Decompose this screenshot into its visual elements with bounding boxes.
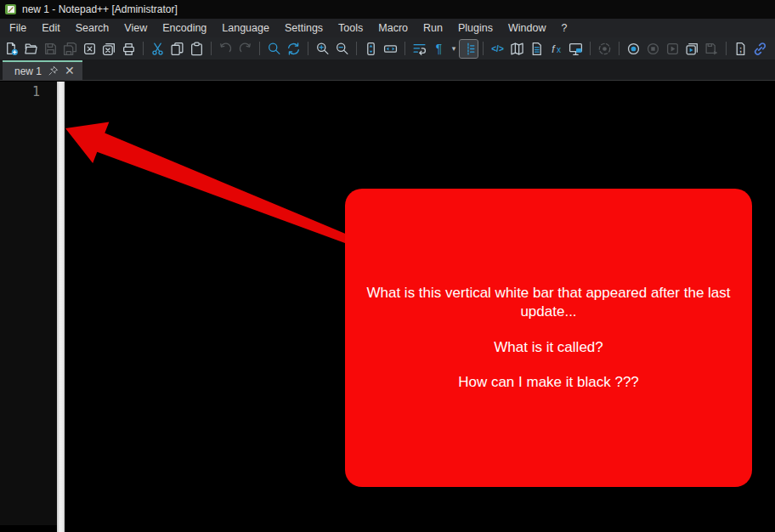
toolbar-separator (726, 42, 727, 55)
save-all-button[interactable] (61, 40, 79, 58)
undo-button[interactable] (217, 40, 235, 58)
sync-scroll-horizontal-button[interactable] (382, 40, 399, 58)
print-button[interactable] (120, 40, 138, 58)
show-indent-guide-icon (461, 42, 476, 56)
menu-item-edit[interactable]: Edit (34, 20, 68, 37)
close-tab-icon[interactable]: ✕ (65, 65, 75, 76)
zoom-in-icon (315, 42, 330, 56)
close-button[interactable] (81, 40, 99, 58)
paste-icon (190, 42, 204, 56)
menu-item-view[interactable]: View (116, 20, 155, 37)
menu-item-help[interactable]: ? (553, 20, 574, 37)
zoom-out-button[interactable] (333, 40, 351, 58)
sync-scroll-horizontal-icon (383, 42, 398, 56)
cut-button[interactable] (149, 40, 167, 58)
macro-run-multiple-icon (685, 42, 699, 56)
function-list-icon (549, 42, 563, 56)
replace-button[interactable] (285, 40, 303, 58)
macro-playback-icon (665, 42, 680, 56)
close-icon (82, 42, 97, 56)
macro-record-button[interactable] (625, 40, 642, 58)
redo-button[interactable] (236, 40, 254, 58)
menu-item-plugins[interactable]: Plugins (450, 20, 501, 37)
show-all-characters-button[interactable] (430, 40, 448, 58)
show-all-characters-dropdown[interactable]: ▾ (450, 44, 458, 53)
sync-scroll-vertical-icon (364, 42, 378, 56)
document-list-button[interactable] (528, 40, 546, 58)
code-view-button[interactable] (489, 40, 506, 58)
macro-stop-button[interactable] (644, 40, 662, 58)
open-file-icon (24, 42, 38, 56)
find-button[interactable] (265, 40, 283, 58)
editor-area[interactable]: 1 (0, 82, 775, 532)
toolbar-separator (259, 42, 260, 55)
toolbar-separator (143, 42, 144, 55)
paste-button[interactable] (188, 40, 206, 58)
close-all-icon (102, 42, 116, 56)
folder-as-workspace-button[interactable] (567, 40, 585, 58)
line-number-gutter: 1 (0, 82, 57, 525)
open-file-button[interactable] (22, 40, 40, 58)
copy-button[interactable] (168, 40, 186, 58)
menu-item-encoding[interactable]: Encoding (155, 20, 214, 37)
menu-item-tools[interactable]: Tools (331, 20, 371, 37)
redo-icon (238, 42, 252, 56)
menu-item-search[interactable]: Search (68, 20, 117, 37)
show-indent-guide-button[interactable] (460, 40, 478, 58)
text-area[interactable] (65, 82, 775, 532)
zoom-out-icon (335, 42, 349, 56)
word-wrap-icon (412, 42, 427, 56)
menu-item-language[interactable]: Language (214, 20, 277, 37)
menu-item-window[interactable]: Window (501, 20, 553, 37)
replace-icon (286, 42, 301, 56)
menu-item-file[interactable]: File (2, 20, 34, 37)
vertical-white-bar (57, 82, 65, 532)
toolbar-separator (356, 42, 357, 55)
close-all-button[interactable] (100, 40, 118, 58)
word-wrap-button[interactable] (410, 40, 428, 58)
title-bar: new 1 - Notepad++ [Administrator] (0, 0, 775, 19)
menu-item-run[interactable]: Run (416, 20, 450, 37)
copy-icon (170, 42, 184, 56)
macro-save-button[interactable] (703, 40, 721, 58)
window-title: new 1 - Notepad++ [Administrator] (22, 3, 178, 15)
show-all-characters-icon (432, 42, 446, 56)
sync-scroll-vertical-button[interactable] (362, 40, 380, 58)
macro-save-icon (704, 42, 719, 56)
cut-icon (150, 42, 165, 56)
function-list-button[interactable] (547, 40, 565, 58)
document-list-icon (529, 42, 544, 56)
file-monitoring-icon (597, 42, 612, 56)
print-icon (122, 42, 136, 56)
file-monitoring-button[interactable] (596, 40, 614, 58)
tab-label: new 1 (14, 65, 42, 77)
toolbar-separator (619, 42, 619, 55)
tab-new-1[interactable]: new 1 ✕ (3, 60, 82, 80)
notepadpp-logo-icon (5, 3, 17, 15)
save-icon (43, 42, 58, 56)
new-file-button[interactable] (3, 40, 20, 58)
tab-bar: new 1 ✕ (0, 59, 775, 81)
menu-bar: FileEditSearchViewEncodingLanguageSettin… (0, 19, 775, 37)
pin-tab-icon[interactable] (48, 65, 59, 76)
macro-record-icon (626, 42, 641, 56)
plugin-link-button[interactable] (751, 40, 769, 58)
menu-item-macro[interactable]: Macro (371, 20, 416, 37)
document-map-icon (510, 42, 524, 56)
toolbar-separator (483, 42, 484, 55)
save-all-icon (63, 42, 77, 56)
toolbar-separator (211, 42, 212, 55)
zoom-in-button[interactable] (314, 40, 331, 58)
new-file-icon (4, 42, 19, 56)
save-button[interactable] (42, 40, 59, 58)
document-map-button[interactable] (508, 40, 526, 58)
plugin-document-icon (733, 42, 748, 56)
toolbar-separator (404, 42, 405, 55)
macro-run-multiple-button[interactable] (683, 40, 701, 58)
undo-icon (218, 42, 233, 56)
menu-item-settings[interactable]: Settings (277, 20, 331, 37)
plugin-document-button[interactable] (732, 40, 750, 58)
macro-playback-button[interactable] (664, 40, 682, 58)
toolbar-separator (590, 42, 591, 55)
find-icon (267, 42, 281, 56)
